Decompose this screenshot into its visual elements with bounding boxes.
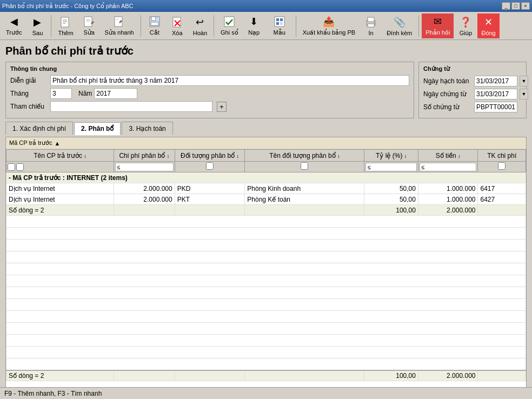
svg-rect-17 (276, 18, 279, 21)
footer-sum-row: Số dòng = 2 100,00 2.000.000 (6, 370, 526, 381)
post-button[interactable]: Ghi sổ (217, 14, 242, 38)
thang-nam-row: Tháng Năm (10, 88, 409, 99)
load-button[interactable]: ⬇ Nạp (243, 14, 265, 38)
back-button[interactable]: ◀ Trước (2, 14, 25, 38)
window-close-button[interactable]: × (521, 2, 530, 10)
undo-button[interactable]: ↩ Hoàn (189, 14, 211, 38)
sort-bar: Mã CP trả trước ▲ (6, 137, 526, 149)
svg-rect-15 (224, 17, 234, 26)
attach-button[interactable]: 📎 Đính kèm (383, 14, 416, 38)
template-button[interactable]: Mẫu (266, 14, 293, 38)
filter-doi-tuong-input[interactable] (206, 162, 214, 170)
ngay-chung-tu-row: Ngày chứng từ ▼ (423, 89, 522, 99)
select-toggle[interactable] (16, 163, 24, 171)
tham-chieu-add-btn[interactable]: + (217, 102, 227, 112)
group-sum-row: Số dòng = 2 100,00 2.000.000 (6, 205, 526, 216)
tab-phan-bo[interactable]: 2. Phân bổ (74, 122, 121, 135)
empty-row (6, 263, 526, 275)
cell-ty-le-1: 50,00 (364, 183, 418, 194)
sum-ten-doi-tuong (245, 205, 364, 216)
tham-chieu-input[interactable] (50, 101, 212, 112)
load-icon: ⬇ (248, 15, 261, 28)
col-chi-phi: Chi phí phân bổ ↕ (114, 150, 175, 162)
help-button[interactable]: ❓ Giúp (455, 14, 476, 38)
empty-row (6, 287, 526, 299)
filter-row (6, 162, 526, 172)
filter-so-tien-input[interactable] (420, 163, 477, 171)
window-controls: _ □ × (502, 2, 530, 10)
filter-ty-le-input[interactable] (365, 163, 417, 171)
page-title: Phân bổ chi phí trả trước (5, 44, 527, 57)
sum-tk (478, 205, 526, 216)
filter-chi-phi-input[interactable] (115, 163, 174, 171)
add-button[interactable]: Thêm (54, 14, 77, 38)
ngay-hach-toan-input[interactable] (474, 76, 517, 87)
table-body: - Mã CP trả trước : INTERNET (2 items) D… (6, 172, 526, 381)
sum-chi-phi (114, 205, 175, 216)
back-icon: ◀ (8, 15, 21, 28)
filter-tk-input[interactable] (498, 162, 506, 170)
edit-button[interactable]: Sửa (78, 14, 100, 38)
so-chung-tu-row: Số chứng từ (423, 102, 522, 112)
so-chung-tu-input[interactable] (474, 102, 517, 112)
edit-fast-button[interactable]: Sửa nhanh (101, 14, 138, 38)
ngay-chung-tu-input[interactable] (474, 89, 517, 99)
sep5 (418, 15, 419, 37)
add-icon (59, 16, 72, 29)
filter-tk-chi-phi (478, 162, 526, 172)
nam-input[interactable] (94, 88, 137, 99)
print-icon (364, 16, 377, 29)
maximize-button[interactable]: □ (511, 2, 520, 10)
tab-hach-toan[interactable]: 3. Hạch toán (122, 122, 172, 135)
ngay-chung-tu-label: Ngày chứng từ (423, 90, 472, 98)
footer-sum-ty-le: 100,00 (364, 370, 418, 381)
table-row[interactable]: Dịch vụ Internet 2.000.000 PKD Phòng Kin… (6, 183, 526, 194)
tham-chieu-row: Tham chiếu + (10, 101, 409, 112)
cell-chi-phi-2: 2.000.000 (114, 194, 175, 205)
ngay-hach-toan-label: Ngày hạch toán (423, 77, 472, 85)
cell-tk-1: 6417 (478, 183, 526, 194)
minimize-button[interactable]: _ (502, 2, 510, 10)
export-button[interactable]: 📤 Xuất khẩu bảng PB (299, 14, 359, 38)
table-row[interactable]: Dịch vụ Internet 2.000.000 PKT Phòng Kế … (6, 194, 526, 205)
filter-ten-doi-tuong-input[interactable] (301, 162, 308, 170)
cell-ty-le-2: 50,00 (364, 194, 418, 205)
cell-chi-phi-1: 2.000.000 (114, 183, 175, 194)
close-button[interactable]: ✕ Đóng (477, 14, 499, 38)
edit-toggle[interactable] (8, 163, 15, 171)
filter-ty-le (364, 162, 418, 172)
template-icon (273, 15, 286, 28)
ngay-hach-toan-dropdown[interactable]: ▼ (520, 76, 528, 87)
save-icon (148, 15, 161, 28)
dien-giai-input[interactable] (50, 75, 409, 86)
empty-row (6, 347, 526, 358)
tab-xac-dinh[interactable]: 1. Xác định chi phí (5, 122, 73, 135)
cut-button[interactable]: Cắt (144, 14, 165, 38)
sum-ty-le: 100,00 (364, 205, 418, 216)
empty-row (6, 216, 526, 228)
general-info-panel: Thông tin chung Diễn giải Tháng Năm Tham… (5, 62, 414, 118)
thang-input[interactable] (50, 88, 72, 99)
svg-rect-20 (280, 22, 283, 25)
reply-button[interactable]: ✉ Phản hồi (422, 14, 454, 38)
cell-ten-cp-2: Dịch vụ Internet (6, 194, 114, 205)
sep1 (51, 15, 51, 37)
cell-ten-doi-tuong-2: Phòng Kế toán (245, 194, 364, 205)
svg-rect-23 (368, 24, 374, 27)
close-icon: ✕ (482, 16, 495, 29)
reply-icon: ✉ (431, 15, 444, 28)
forward-button[interactable]: ▶ Sau (26, 14, 48, 38)
delete-button[interactable]: Xóa (167, 14, 188, 38)
cell-ten-cp-1: Dịch vụ Internet (6, 183, 114, 194)
cell-tk-2: 6427 (478, 194, 526, 205)
footer-sum-empty2 (175, 370, 245, 381)
filter-so-tien (418, 162, 478, 172)
ngay-chung-tu-dropdown[interactable]: ▼ (520, 89, 528, 99)
title-bar: Phân bổ chi phí trả trước - Công ty Cổ p… (0, 0, 532, 12)
svg-rect-19 (276, 22, 279, 25)
empty-row (6, 228, 526, 240)
print-button[interactable]: In (360, 14, 382, 38)
form-area: Thông tin chung Diễn giải Tháng Năm Tham… (5, 62, 527, 118)
thang-label: Tháng (10, 90, 48, 97)
svg-rect-10 (151, 17, 156, 21)
